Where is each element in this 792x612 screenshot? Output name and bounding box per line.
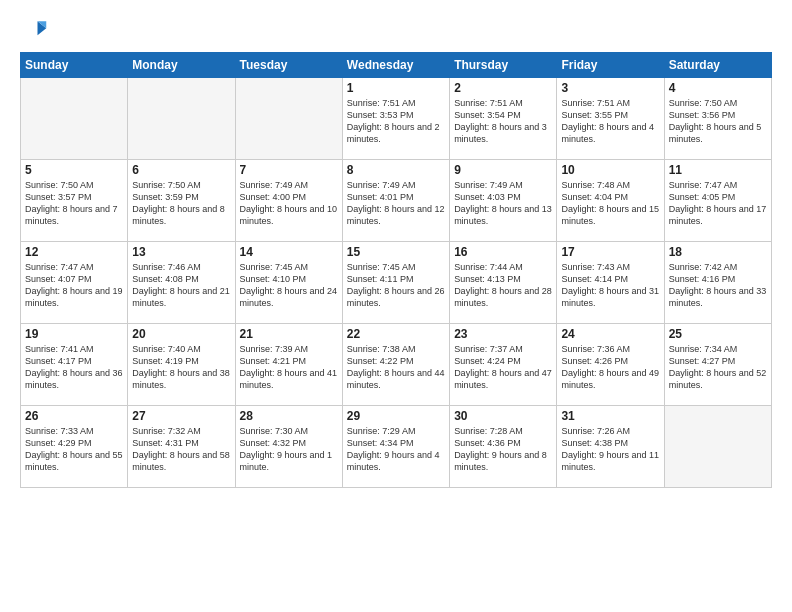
calendar-cell: 15Sunrise: 7:45 AM Sunset: 4:11 PM Dayli… <box>342 242 449 324</box>
day-number: 6 <box>132 163 230 177</box>
calendar-cell: 2Sunrise: 7:51 AM Sunset: 3:54 PM Daylig… <box>450 78 557 160</box>
calendar-cell: 23Sunrise: 7:37 AM Sunset: 4:24 PM Dayli… <box>450 324 557 406</box>
day-number: 3 <box>561 81 659 95</box>
day-number: 20 <box>132 327 230 341</box>
day-info: Sunrise: 7:30 AM Sunset: 4:32 PM Dayligh… <box>240 425 338 474</box>
day-info: Sunrise: 7:43 AM Sunset: 4:14 PM Dayligh… <box>561 261 659 310</box>
day-number: 26 <box>25 409 123 423</box>
day-info: Sunrise: 7:49 AM Sunset: 4:01 PM Dayligh… <box>347 179 445 228</box>
day-number: 17 <box>561 245 659 259</box>
day-info: Sunrise: 7:50 AM Sunset: 3:57 PM Dayligh… <box>25 179 123 228</box>
calendar-week-row: 1Sunrise: 7:51 AM Sunset: 3:53 PM Daylig… <box>21 78 772 160</box>
calendar-cell: 21Sunrise: 7:39 AM Sunset: 4:21 PM Dayli… <box>235 324 342 406</box>
day-info: Sunrise: 7:41 AM Sunset: 4:17 PM Dayligh… <box>25 343 123 392</box>
calendar-cell: 14Sunrise: 7:45 AM Sunset: 4:10 PM Dayli… <box>235 242 342 324</box>
day-number: 30 <box>454 409 552 423</box>
weekday-header: Saturday <box>664 53 771 78</box>
day-info: Sunrise: 7:42 AM Sunset: 4:16 PM Dayligh… <box>669 261 767 310</box>
calendar-cell: 12Sunrise: 7:47 AM Sunset: 4:07 PM Dayli… <box>21 242 128 324</box>
calendar-cell: 16Sunrise: 7:44 AM Sunset: 4:13 PM Dayli… <box>450 242 557 324</box>
calendar-cell: 22Sunrise: 7:38 AM Sunset: 4:22 PM Dayli… <box>342 324 449 406</box>
calendar-table: SundayMondayTuesdayWednesdayThursdayFrid… <box>20 52 772 488</box>
calendar-cell: 3Sunrise: 7:51 AM Sunset: 3:55 PM Daylig… <box>557 78 664 160</box>
weekday-header: Tuesday <box>235 53 342 78</box>
day-info: Sunrise: 7:51 AM Sunset: 3:53 PM Dayligh… <box>347 97 445 146</box>
day-info: Sunrise: 7:36 AM Sunset: 4:26 PM Dayligh… <box>561 343 659 392</box>
day-info: Sunrise: 7:39 AM Sunset: 4:21 PM Dayligh… <box>240 343 338 392</box>
day-number: 1 <box>347 81 445 95</box>
day-number: 8 <box>347 163 445 177</box>
calendar-cell: 7Sunrise: 7:49 AM Sunset: 4:00 PM Daylig… <box>235 160 342 242</box>
day-number: 31 <box>561 409 659 423</box>
weekday-header: Monday <box>128 53 235 78</box>
calendar-cell: 25Sunrise: 7:34 AM Sunset: 4:27 PM Dayli… <box>664 324 771 406</box>
day-info: Sunrise: 7:47 AM Sunset: 4:05 PM Dayligh… <box>669 179 767 228</box>
day-number: 11 <box>669 163 767 177</box>
day-info: Sunrise: 7:26 AM Sunset: 4:38 PM Dayligh… <box>561 425 659 474</box>
calendar-week-row: 19Sunrise: 7:41 AM Sunset: 4:17 PM Dayli… <box>21 324 772 406</box>
calendar-cell: 6Sunrise: 7:50 AM Sunset: 3:59 PM Daylig… <box>128 160 235 242</box>
calendar-cell: 28Sunrise: 7:30 AM Sunset: 4:32 PM Dayli… <box>235 406 342 488</box>
day-number: 22 <box>347 327 445 341</box>
day-number: 21 <box>240 327 338 341</box>
calendar-cell <box>128 78 235 160</box>
day-number: 18 <box>669 245 767 259</box>
day-number: 12 <box>25 245 123 259</box>
calendar-header: SundayMondayTuesdayWednesdayThursdayFrid… <box>21 53 772 78</box>
calendar-week-row: 12Sunrise: 7:47 AM Sunset: 4:07 PM Dayli… <box>21 242 772 324</box>
day-number: 27 <box>132 409 230 423</box>
day-info: Sunrise: 7:50 AM Sunset: 3:59 PM Dayligh… <box>132 179 230 228</box>
day-number: 5 <box>25 163 123 177</box>
day-info: Sunrise: 7:38 AM Sunset: 4:22 PM Dayligh… <box>347 343 445 392</box>
calendar-week-row: 26Sunrise: 7:33 AM Sunset: 4:29 PM Dayli… <box>21 406 772 488</box>
calendar-cell: 5Sunrise: 7:50 AM Sunset: 3:57 PM Daylig… <box>21 160 128 242</box>
page: SundayMondayTuesdayWednesdayThursdayFrid… <box>0 0 792 498</box>
day-number: 10 <box>561 163 659 177</box>
day-info: Sunrise: 7:51 AM Sunset: 3:55 PM Dayligh… <box>561 97 659 146</box>
day-info: Sunrise: 7:49 AM Sunset: 4:00 PM Dayligh… <box>240 179 338 228</box>
calendar-cell: 31Sunrise: 7:26 AM Sunset: 4:38 PM Dayli… <box>557 406 664 488</box>
day-number: 14 <box>240 245 338 259</box>
calendar-cell: 17Sunrise: 7:43 AM Sunset: 4:14 PM Dayli… <box>557 242 664 324</box>
day-number: 9 <box>454 163 552 177</box>
day-info: Sunrise: 7:34 AM Sunset: 4:27 PM Dayligh… <box>669 343 767 392</box>
day-info: Sunrise: 7:32 AM Sunset: 4:31 PM Dayligh… <box>132 425 230 474</box>
weekday-header: Thursday <box>450 53 557 78</box>
day-info: Sunrise: 7:29 AM Sunset: 4:34 PM Dayligh… <box>347 425 445 474</box>
calendar-cell: 13Sunrise: 7:46 AM Sunset: 4:08 PM Dayli… <box>128 242 235 324</box>
logo <box>20 16 52 44</box>
day-number: 4 <box>669 81 767 95</box>
calendar-cell <box>235 78 342 160</box>
day-info: Sunrise: 7:51 AM Sunset: 3:54 PM Dayligh… <box>454 97 552 146</box>
day-number: 15 <box>347 245 445 259</box>
day-info: Sunrise: 7:37 AM Sunset: 4:24 PM Dayligh… <box>454 343 552 392</box>
calendar-body: 1Sunrise: 7:51 AM Sunset: 3:53 PM Daylig… <box>21 78 772 488</box>
calendar-cell: 11Sunrise: 7:47 AM Sunset: 4:05 PM Dayli… <box>664 160 771 242</box>
calendar-cell: 9Sunrise: 7:49 AM Sunset: 4:03 PM Daylig… <box>450 160 557 242</box>
calendar-cell: 30Sunrise: 7:28 AM Sunset: 4:36 PM Dayli… <box>450 406 557 488</box>
logo-icon <box>20 16 48 44</box>
calendar-cell: 24Sunrise: 7:36 AM Sunset: 4:26 PM Dayli… <box>557 324 664 406</box>
header <box>20 16 772 44</box>
weekday-row: SundayMondayTuesdayWednesdayThursdayFrid… <box>21 53 772 78</box>
calendar-cell: 27Sunrise: 7:32 AM Sunset: 4:31 PM Dayli… <box>128 406 235 488</box>
day-number: 2 <box>454 81 552 95</box>
weekday-header: Sunday <box>21 53 128 78</box>
calendar-cell: 29Sunrise: 7:29 AM Sunset: 4:34 PM Dayli… <box>342 406 449 488</box>
day-info: Sunrise: 7:49 AM Sunset: 4:03 PM Dayligh… <box>454 179 552 228</box>
day-info: Sunrise: 7:45 AM Sunset: 4:10 PM Dayligh… <box>240 261 338 310</box>
day-info: Sunrise: 7:44 AM Sunset: 4:13 PM Dayligh… <box>454 261 552 310</box>
day-info: Sunrise: 7:46 AM Sunset: 4:08 PM Dayligh… <box>132 261 230 310</box>
day-info: Sunrise: 7:48 AM Sunset: 4:04 PM Dayligh… <box>561 179 659 228</box>
day-number: 25 <box>669 327 767 341</box>
day-number: 24 <box>561 327 659 341</box>
day-info: Sunrise: 7:33 AM Sunset: 4:29 PM Dayligh… <box>25 425 123 474</box>
day-number: 23 <box>454 327 552 341</box>
day-number: 28 <box>240 409 338 423</box>
weekday-header: Friday <box>557 53 664 78</box>
day-info: Sunrise: 7:50 AM Sunset: 3:56 PM Dayligh… <box>669 97 767 146</box>
day-number: 19 <box>25 327 123 341</box>
calendar-cell: 10Sunrise: 7:48 AM Sunset: 4:04 PM Dayli… <box>557 160 664 242</box>
calendar-cell: 1Sunrise: 7:51 AM Sunset: 3:53 PM Daylig… <box>342 78 449 160</box>
calendar-cell: 20Sunrise: 7:40 AM Sunset: 4:19 PM Dayli… <box>128 324 235 406</box>
